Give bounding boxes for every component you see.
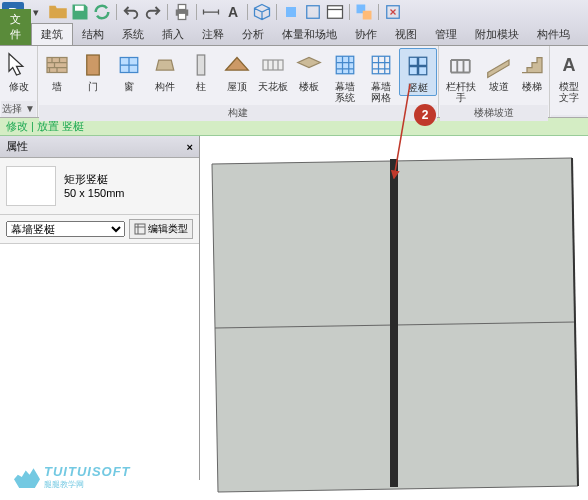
type-thumbnail xyxy=(6,166,56,206)
tab-components[interactable]: 构件坞 xyxy=(528,24,579,45)
svg-rect-3 xyxy=(178,13,186,19)
category-selector[interactable]: 幕墙竖梃 xyxy=(6,221,125,237)
undo-icon[interactable] xyxy=(121,2,141,22)
properties-close-icon[interactable]: × xyxy=(187,141,193,153)
window-tool[interactable]: 窗 xyxy=(111,48,147,94)
text-icon[interactable]: A xyxy=(223,2,243,22)
properties-grid[interactable] xyxy=(0,244,199,480)
tab-massing[interactable]: 体量和场地 xyxy=(273,24,346,45)
properties-panel: 属性 × 矩形竖梃 50 x 150mm 幕墙竖梃 编辑类型 xyxy=(0,136,200,480)
callout-arrow xyxy=(390,82,430,182)
tab-structure[interactable]: 结构 xyxy=(73,24,113,45)
quick-access-toolbar: R ▾ A xyxy=(0,0,588,24)
type-selector[interactable]: 矩形竖梃 50 x 150mm xyxy=(0,158,199,215)
wall-tool[interactable]: 墙 xyxy=(39,48,75,94)
roof-tool[interactable]: 屋顶 xyxy=(219,48,255,94)
column-tool[interactable]: 柱 xyxy=(183,48,219,94)
redo-icon[interactable] xyxy=(143,2,163,22)
watermark-main: TUITUISOFT xyxy=(44,464,131,479)
save-icon[interactable] xyxy=(70,2,90,22)
type-size: 50 x 150mm xyxy=(64,186,125,200)
component-tool[interactable]: 构件 xyxy=(147,48,183,94)
svg-rect-21 xyxy=(390,159,398,487)
svg-rect-11 xyxy=(87,55,100,75)
tab-manage[interactable]: 管理 xyxy=(426,24,466,45)
svg-rect-8 xyxy=(363,11,372,20)
close-window-icon[interactable] xyxy=(383,2,403,22)
svg-rect-18 xyxy=(135,224,145,234)
model-text-tool[interactable]: A模型 文字 xyxy=(551,48,587,105)
watermark: TUITUISOFT 腿腿教学网 xyxy=(14,464,131,490)
measure-icon[interactable] xyxy=(201,2,221,22)
svg-rect-15 xyxy=(336,56,354,74)
section-icon[interactable] xyxy=(281,2,301,22)
tab-addins[interactable]: 附加模块 xyxy=(466,24,528,45)
group-select: 选择 ▼ xyxy=(1,101,36,117)
ribbon-tabs: 文件 建筑 结构 系统 插入 注释 分析 体量和场地 协作 视图 管理 附加模块… xyxy=(0,24,588,46)
open-icon[interactable] xyxy=(48,2,68,22)
ramp-tool[interactable]: 坡道 xyxy=(482,48,515,94)
floor-tool[interactable]: 楼板 xyxy=(291,48,327,94)
stair-tool[interactable]: 楼梯 xyxy=(515,48,548,94)
tab-view[interactable]: 视图 xyxy=(386,24,426,45)
file-tab[interactable]: 文件 xyxy=(0,9,31,45)
ceiling-tool[interactable]: 天花板 xyxy=(255,48,291,94)
svg-rect-16 xyxy=(372,56,390,74)
3d-icon[interactable] xyxy=(252,2,272,22)
tab-systems[interactable]: 系统 xyxy=(113,24,153,45)
svg-rect-2 xyxy=(178,5,186,10)
sync-icon[interactable] xyxy=(92,2,112,22)
drawing-canvas[interactable] xyxy=(200,136,588,480)
group-stair: 楼梯坡道 xyxy=(440,105,548,121)
print-icon[interactable] xyxy=(172,2,192,22)
tab-extra[interactable]: 基筑巧模（装 xyxy=(579,24,588,45)
type-name: 矩形竖梃 xyxy=(64,172,125,186)
ribbon: 修改 选择 ▼ 墙 门 窗 构件 柱 屋顶 天花板 楼板 幕墙 系统 幕墙 网格… xyxy=(0,46,588,118)
tab-insert[interactable]: 插入 xyxy=(153,24,193,45)
railing-tool[interactable]: 栏杆扶手 xyxy=(440,48,482,105)
edit-type-button[interactable]: 编辑类型 xyxy=(129,219,193,239)
modify-tool[interactable]: 修改 xyxy=(1,48,36,94)
tab-analyze[interactable]: 分析 xyxy=(233,24,273,45)
plan-icon[interactable] xyxy=(303,2,323,22)
svg-line-23 xyxy=(394,84,410,178)
tab-annotate[interactable]: 注释 xyxy=(193,24,233,45)
svg-rect-5 xyxy=(307,6,320,19)
tab-architecture[interactable]: 建筑 xyxy=(31,23,73,45)
svg-rect-6 xyxy=(328,6,343,19)
curtain-system-tool[interactable]: 幕墙 系统 xyxy=(327,48,363,105)
group-build: 构建 xyxy=(39,105,437,121)
switch-icon[interactable] xyxy=(354,2,374,22)
svg-rect-4 xyxy=(286,7,296,17)
window-icon[interactable] xyxy=(325,2,345,22)
tab-collaborate[interactable]: 协作 xyxy=(346,24,386,45)
door-tool[interactable]: 门 xyxy=(75,48,111,94)
curtain-wall-model xyxy=(210,156,580,496)
watermark-sub: 腿腿教学网 xyxy=(44,479,131,490)
svg-rect-0 xyxy=(75,6,84,11)
svg-rect-13 xyxy=(197,55,205,75)
properties-title: 属性 xyxy=(6,139,28,154)
watermark-icon xyxy=(14,466,40,488)
